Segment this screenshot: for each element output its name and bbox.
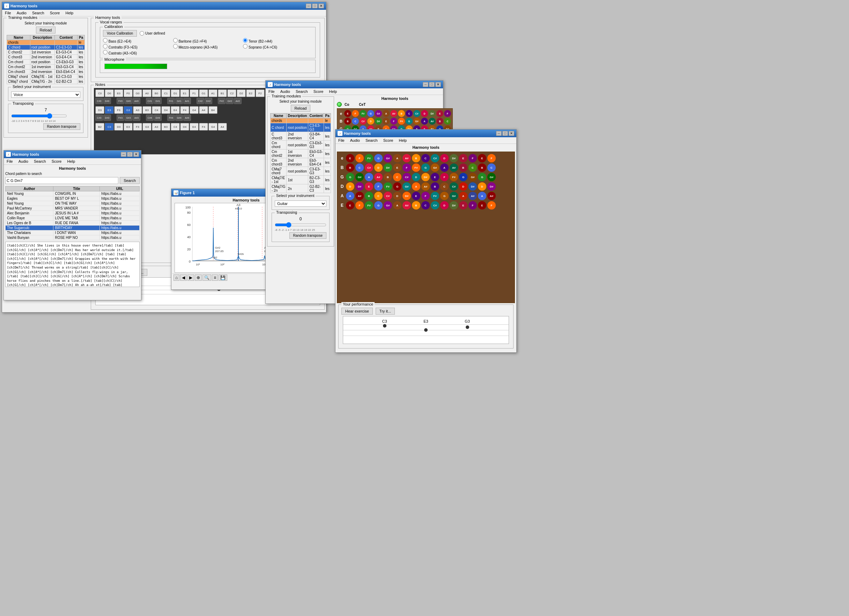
s-menu-audio[interactable]: Audio [17,159,30,164]
piano-key[interactable]: F0 [124,89,133,97]
h3-fret-dot[interactable]: G [374,154,383,163]
h2-table-row[interactable]: C chordroot positionC3-E3-G3les [271,123,331,132]
search-result-row[interactable]: The CharlatansI DONT WANhttps://tabs.u [6,230,140,236]
fret-dot[interactable]: A# [390,110,397,117]
h3-fret-dot[interactable]: B [346,163,354,172]
h3-fret-dot[interactable]: F [355,201,364,210]
h3-fret-dot[interactable]: D# [422,173,430,181]
close-btn[interactable]: ✕ [318,3,324,8]
h3-fret-dot[interactable]: E [393,163,401,172]
fret-dot[interactable]: F [444,110,451,117]
piano-key[interactable]: F#0 [116,98,124,104]
h3-fret-dot[interactable]: G# [469,173,477,181]
h3-fret-dot[interactable]: B [365,192,373,200]
chart-forward-btn[interactable]: ▶ [188,274,194,281]
piano-key[interactable]: A#2 [234,98,241,104]
piano-key[interactable]: G#2 [226,98,234,104]
h3-fret-dot[interactable]: A [412,182,420,191]
h3-fret-dot[interactable]: F# [384,182,392,191]
h3-fret-dot[interactable]: B [412,201,420,210]
search-result-row[interactable]: EaglesBEST OF MY Lhttps://tabs.u [6,196,140,201]
piano-key[interactable]: B0 [152,89,161,97]
piano-key[interactable]: A#4 [183,115,191,121]
h3-fret-dot[interactable]: D [459,182,468,191]
h3-fret-dot[interactable]: C# [384,192,392,200]
h3-fret-dot[interactable]: G# [355,173,364,181]
random-transpose-btn[interactable]: Random transpose [43,123,80,130]
h3-fret-dot[interactable]: E [346,154,354,163]
piano-key[interactable]: C4 [171,123,180,131]
h3-fret-dot[interactable]: A [365,173,373,181]
h3-fret-dot[interactable]: A# [422,182,430,191]
h3-fret-dot[interactable]: D# [450,201,458,210]
piano-key[interactable]: G#4 [175,115,183,121]
piano-key[interactable]: G3 [124,106,133,114]
maximize-btn[interactable]: □ [312,3,318,8]
piano-key[interactable]: G0 [133,89,142,97]
h2-table-row[interactable]: Cm chord21st inversionEb3-G3-C4les [271,149,331,158]
h3-min-btn[interactable]: ─ [496,131,502,136]
fret-dot[interactable]: F [390,118,397,125]
search-max-btn[interactable]: □ [127,152,133,157]
h3-fret-dot[interactable]: C [355,163,364,172]
piano-key[interactable]: C#4 [146,115,153,121]
search-result-row[interactable]: Neil YoungCOWGIRL INhttps://tabs.u [6,191,140,196]
h3-fret-dot[interactable]: A [440,163,448,172]
h3-fret-dot[interactable]: D# [450,154,458,163]
search-close-btn[interactable]: ✕ [133,152,139,157]
h2-menu-audio[interactable]: Audio [279,89,292,94]
search-result-row[interactable]: Alec BenjaminJESUS IN LA #https://tabs.u [6,211,140,216]
piano-key[interactable]: F3 [114,106,123,114]
reload-btn[interactable]: Reload [36,27,56,34]
piano-key[interactable]: D0 [105,89,114,97]
piano-key[interactable]: C#3 [95,115,103,121]
h3-fret-dot[interactable]: A [459,192,468,200]
h3-fret-dot[interactable]: F [487,201,496,210]
h3-fret-dot[interactable]: F# [412,163,420,172]
main-table-row[interactable]: C chord32nd inversionG3-E4-C4les [7,55,85,60]
menu-file[interactable]: File [3,10,13,15]
fret-dot[interactable]: A [383,110,390,117]
fret-dot[interactable]: C [444,118,451,125]
h3-fret-dot[interactable]: E [459,154,468,163]
piano-key[interactable]: G3 [142,123,152,131]
h3-fret-dot[interactable]: A [346,192,354,200]
piano-key[interactable]: G4 [189,106,199,114]
piano-key[interactable]: F1 [189,89,199,97]
menu-search[interactable]: Search [31,10,46,15]
h2-table-row[interactable]: CMaj7 chordroot positionC3-E3-G3les [271,167,331,176]
piano-key[interactable]: C#0 [95,98,103,104]
menu-help[interactable]: Help [64,10,75,15]
piano-key[interactable]: E2 [246,89,255,97]
tenor-radio[interactable] [243,38,247,43]
h2-transpose-slider[interactable] [275,222,326,228]
piano-key[interactable]: D#0 [103,98,111,104]
minimize-btn[interactable]: ─ [306,3,311,8]
main-table-row[interactable]: CMaj7 chordCMaj7/E - 1stE2-C3-G3les [7,75,85,79]
piano-key[interactable]: A3 [152,123,161,131]
h2-table-row[interactable]: C chord32nd inversionG3-B4-C4les [271,132,331,141]
tab-text-area[interactable]: [tab][ch]C[/ch] She lives in this house … [5,242,140,287]
piano-key[interactable]: D#3 [103,115,111,121]
piano-key[interactable]: B2 [95,123,104,131]
piano-key[interactable]: B3 [161,123,170,131]
h2-max-btn[interactable]: □ [429,82,435,87]
fret-dot[interactable]: E [383,118,390,125]
h3-fret-dot[interactable]: A# [487,192,496,200]
piano-key[interactable]: D4 [161,106,170,114]
search-result-row[interactable]: Paul McCartneyMRS VANDERhttps://tabs.u [6,206,140,211]
h3-fret-dot[interactable]: A [393,201,401,210]
piano-key[interactable]: D#4 [154,115,162,121]
h3-fret-dot[interactable]: F [440,173,448,181]
piano-key[interactable]: A0 [142,89,152,97]
fret-dot[interactable]: A [421,118,428,125]
voice-cal-btn[interactable]: Voice Calibration [103,30,137,37]
h3-fret-dot[interactable]: D# [355,182,364,191]
piano-key[interactable]: D3 [95,106,104,114]
h3-fret-dot[interactable]: B [384,173,392,181]
main-table-row[interactable]: C chord21st inversionE3-G3-C4les [7,50,85,55]
fret-dot[interactable]: B [398,110,405,117]
h2-close-btn[interactable]: ✕ [435,82,441,87]
piano-key[interactable]: C#2 [197,98,204,104]
h3-fret-dot[interactable]: C# [365,163,373,172]
